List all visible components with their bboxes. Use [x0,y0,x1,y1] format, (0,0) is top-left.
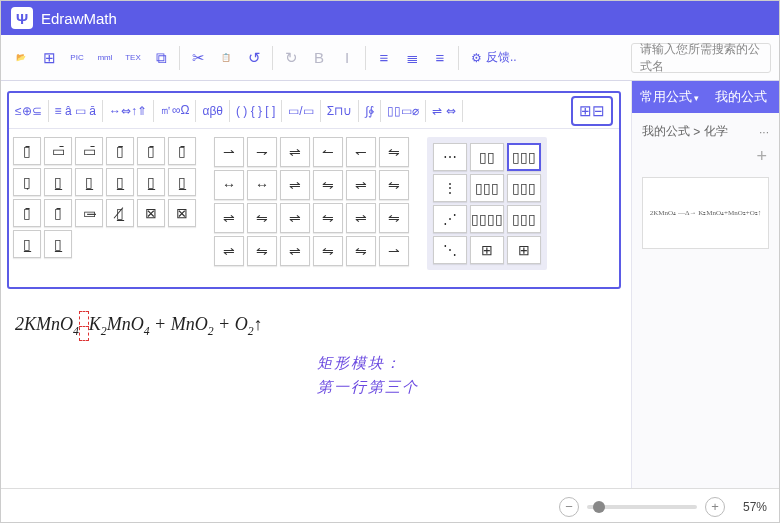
mml-export-icon[interactable]: mml [93,46,117,70]
gridB-cell[interactable]: ⇀ [214,137,244,167]
gridB-cell[interactable]: ⇌ [214,236,244,266]
gridC-cell[interactable]: ⊞ [507,236,541,264]
category-group-0[interactable]: ≤⊕⊆ [13,104,44,118]
gridA-cell[interactable]: ▯̲ [106,168,134,196]
gridA-cell[interactable]: ▯̸̲ [106,199,134,227]
align-left-icon[interactable]: ≡ [372,46,396,70]
tab-common-formulas[interactable]: 常用公式▾ [632,81,707,114]
feedback-link[interactable]: ⚙反馈.. [471,49,517,66]
tab-my-formulas[interactable]: 我的公式 [707,81,775,113]
gridB-cell[interactable]: ⇌ [346,203,376,233]
category-group-5[interactable]: ( ) { } [ ] [234,104,277,118]
redo-icon[interactable]: ↻ [279,46,303,70]
tex-export-icon[interactable]: TEX [121,46,145,70]
gridA-cell[interactable]: ▭̶ [75,199,103,227]
bold-icon[interactable]: B [307,46,331,70]
gridB-cell[interactable]: ↼ [313,137,343,167]
gridA-cell[interactable]: ▯̲ [168,168,196,196]
gridC-cell[interactable]: ⊞ [470,236,504,264]
gridA-cell[interactable]: ▯̄̄ [106,137,134,165]
gridB-cell[interactable]: ↔ [214,170,244,200]
gridB-cell[interactable]: ⇋ [379,170,409,200]
copy-icon[interactable]: ⧉ [149,46,173,70]
cut-icon[interactable]: ✂ [186,46,210,70]
insertion-placeholder[interactable] [79,311,89,341]
gridB-cell[interactable]: ⇋ [247,203,277,233]
grid-arrows: ⇀⇁⇌↼↽⇋↔↔⇌⇋⇌⇋⇌⇋⇌⇋⇌⇋⇌⇋⇌⇋⇋⇀ [214,137,409,266]
gridC-cell[interactable]: ⋯ [433,143,467,171]
formula-editor[interactable]: 2KMnO4K2MnO4 + MnO2 + O2↑ 矩形模块： 第一行第三个 [7,311,631,341]
gridC-cell[interactable]: ▯▯▯ [507,205,541,233]
library-breadcrumb: 我的公式 > 化学 ··· [632,113,779,146]
gridA-cell[interactable]: ▭̄ [44,137,72,165]
gridB-cell[interactable]: ⇋ [379,203,409,233]
gridA-cell[interactable]: ▯̣ [13,168,41,196]
gridB-cell[interactable]: ⇋ [379,137,409,167]
gridC-cell[interactable]: ▯▯▯▯ [470,205,504,233]
gridB-cell[interactable]: ⇋ [313,203,343,233]
gridA-cell[interactable]: ▯̲ [75,168,103,196]
add-formula-button[interactable]: + [632,146,779,173]
crumb-leaf[interactable]: 化学 [704,123,728,140]
gridB-cell[interactable]: ↔ [247,170,277,200]
gridB-cell[interactable]: ⇌ [280,137,310,167]
gridC-cell[interactable]: ▯▯▯ [507,143,541,171]
gridB-cell[interactable]: ⇌ [280,170,310,200]
gridB-cell[interactable]: ⇌ [214,203,244,233]
gridC-cell[interactable]: ⋱ [433,236,467,264]
align-right-icon[interactable]: ≡ [428,46,452,70]
gridA-cell[interactable]: ▯̲ [137,168,165,196]
gridB-cell[interactable]: ⇋ [346,236,376,266]
category-group-2[interactable]: ↔⇔↑⇑ [107,104,149,118]
gridA-cell[interactable]: ▯̄ [168,137,196,165]
gridA-cell[interactable]: ▯̲ [44,168,72,196]
gridA-cell[interactable]: ▯̄ [13,137,41,165]
category-group-9[interactable]: ▯▯▭⌀ [385,104,421,118]
gridC-cell[interactable]: ⋰ [433,205,467,233]
category-group-6[interactable]: ▭/▭ [286,104,315,118]
gridA-cell[interactable]: ▯̄ [13,199,41,227]
gridB-cell[interactable]: ⇁ [247,137,277,167]
gridA-cell[interactable]: ⊠ [168,199,196,227]
gridB-cell[interactable]: ⇋ [247,236,277,266]
gridA-cell[interactable]: ⊠ [137,199,165,227]
gridB-cell[interactable]: ⇀ [379,236,409,266]
gridB-cell[interactable]: ⇌ [346,170,376,200]
gridB-cell[interactable]: ⇌ [280,236,310,266]
gridC-cell[interactable]: ▯▯▯ [507,174,541,202]
pic-export-icon[interactable]: PIC [65,46,89,70]
paste-icon[interactable]: 📋 [214,46,238,70]
more-menu-icon[interactable]: ··· [759,125,769,139]
italic-icon[interactable]: I [335,46,359,70]
zoom-slider[interactable] [587,505,697,509]
gridA-cell[interactable]: ▯̲ [44,230,72,258]
zoom-out-button[interactable]: − [559,497,579,517]
gridA-cell[interactable]: ▯̄ [137,137,165,165]
category-group-4[interactable]: αβθ [200,104,225,118]
gridB-cell[interactable]: ⇋ [313,170,343,200]
gridA-cell[interactable]: ▭̄ [75,137,103,165]
category-matrix-selected[interactable]: ⊞⊟ [571,96,613,126]
gridB-cell[interactable]: ⇌ [280,203,310,233]
gridA-cell[interactable]: ▯̄ [44,199,72,227]
category-group-1[interactable]: ≡ â ▭ ā [53,104,98,118]
open-folder-icon[interactable]: 📂 [9,46,33,70]
gridB-cell[interactable]: ↽ [346,137,376,167]
category-group-8[interactable]: ∫∳ [363,104,376,118]
crumb-root[interactable]: 我的公式 [642,123,690,140]
category-group-3[interactable]: ㎡∞Ω [158,102,192,119]
category-row: ≤⊕⊆≡ â ▭ ā↔⇔↑⇑㎡∞Ωαβθ( ) { } [ ]▭/▭Σ⊓∪∫∳▯… [9,93,619,129]
category-group-10[interactable]: ⇌ ⇔ [430,104,457,118]
align-center-icon[interactable]: ≣ [400,46,424,70]
gridA-cell[interactable]: ▯̲ [13,230,41,258]
category-group-7[interactable]: Σ⊓∪ [325,104,354,118]
zoom-in-button[interactable]: + [705,497,725,517]
new-page-icon[interactable]: ⊞ [37,46,61,70]
gridC-cell[interactable]: ▯▯▯ [470,174,504,202]
undo-icon[interactable]: ↺ [242,46,266,70]
gridC-cell[interactable]: ▯▯ [470,143,504,171]
formula-thumbnail[interactable]: 2KMnO₄ —Δ→ K₂MnO₄+MnO₂+O₂↑ [642,177,769,249]
gridC-cell[interactable]: ⋮ [433,174,467,202]
gridB-cell[interactable]: ⇋ [313,236,343,266]
search-input[interactable]: 请输入您所需搜索的公式名 [631,43,771,73]
